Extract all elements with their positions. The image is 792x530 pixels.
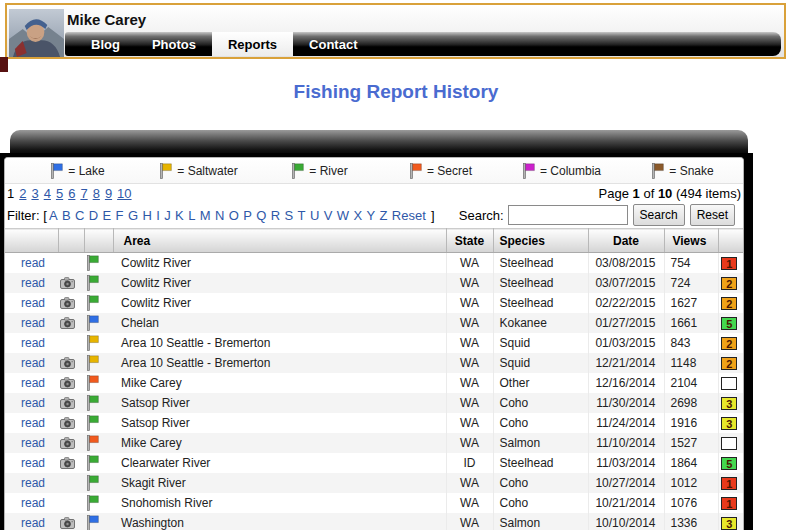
- report-row: read Cowlitz River WA Steelhead 02/22/20…: [5, 293, 744, 313]
- filter-letter-S[interactable]: S: [285, 208, 294, 223]
- flag-icon: [86, 255, 99, 271]
- legend-item: = Lake: [17, 163, 138, 179]
- tab-contact[interactable]: Contact: [293, 32, 373, 56]
- rating-badge: 1: [721, 497, 737, 510]
- legend-flag-icon: [291, 163, 304, 179]
- read-link[interactable]: read: [21, 516, 45, 530]
- filter-letter-B[interactable]: B: [62, 208, 71, 223]
- filter-letter-A[interactable]: A: [49, 208, 58, 223]
- report-row: read Cowlitz River WA Steelhead 03/08/20…: [5, 253, 744, 273]
- filter-letter-V[interactable]: V: [324, 208, 333, 223]
- read-link[interactable]: read: [21, 416, 45, 430]
- views-cell: 1148: [664, 353, 718, 373]
- filter-letter-M[interactable]: M: [200, 208, 211, 223]
- read-link[interactable]: read: [21, 336, 45, 350]
- read-link[interactable]: read: [21, 356, 45, 370]
- tab-photos[interactable]: Photos: [136, 32, 212, 56]
- camera-icon: [60, 277, 75, 289]
- filter-letter-R[interactable]: R: [271, 208, 280, 223]
- search-button[interactable]: Search: [633, 204, 685, 226]
- filter-letter-G[interactable]: G: [128, 208, 138, 223]
- avatar[interactable]: [9, 9, 64, 57]
- page-link-4[interactable]: 4: [44, 186, 51, 201]
- read-link[interactable]: read: [21, 256, 45, 270]
- column-header-area: Area: [113, 229, 446, 253]
- page-link-8[interactable]: 8: [93, 186, 100, 201]
- area-cell: Cowlitz River: [113, 293, 446, 313]
- page-link-10[interactable]: 10: [117, 186, 131, 201]
- filter-letter-H[interactable]: H: [142, 208, 151, 223]
- species-cell: Steelhead: [493, 293, 588, 313]
- area-cell: Chelan: [113, 313, 446, 333]
- filter-letter-C[interactable]: C: [75, 208, 84, 223]
- filter-letter-D[interactable]: D: [89, 208, 98, 223]
- area-cell: Satsop River: [113, 393, 446, 413]
- legend-item: = Saltwater: [138, 163, 259, 179]
- legend-flag-icon: [522, 163, 535, 179]
- tab-reports[interactable]: Reports: [212, 32, 293, 56]
- flag-icon: [86, 515, 99, 530]
- flag-icon: [86, 395, 99, 411]
- filter-letter-I[interactable]: I: [156, 208, 160, 223]
- state-cell: WA: [446, 313, 493, 333]
- views-cell: 1076: [664, 493, 718, 513]
- page-link-3[interactable]: 3: [31, 186, 38, 201]
- filter-letter-F[interactable]: F: [116, 208, 124, 223]
- nav-bar: Blog Photos Reports Contact: [65, 32, 781, 56]
- views-cell: 1661: [664, 313, 718, 333]
- filter-reset-link[interactable]: Reset: [392, 208, 426, 223]
- page-info: Page 1 of 10 (494 items): [599, 186, 741, 201]
- search-input[interactable]: [508, 205, 628, 225]
- filter-letter-P[interactable]: P: [243, 208, 252, 223]
- filter-letter-U[interactable]: U: [310, 208, 319, 223]
- state-cell: ID: [446, 453, 493, 473]
- read-link[interactable]: read: [21, 436, 45, 450]
- filter-letter-N[interactable]: N: [215, 208, 224, 223]
- filter-letter-K[interactable]: K: [175, 208, 184, 223]
- read-link[interactable]: read: [21, 376, 45, 390]
- filter-letter-J[interactable]: J: [164, 208, 171, 223]
- views-cell: 2698: [664, 393, 718, 413]
- read-link[interactable]: read: [21, 276, 45, 290]
- read-link[interactable]: read: [21, 476, 45, 490]
- read-link[interactable]: read: [21, 456, 45, 470]
- date-cell: 11/30/2014: [588, 393, 664, 413]
- filter-letter-X[interactable]: X: [353, 208, 362, 223]
- species-cell: Salmon: [493, 513, 588, 530]
- read-link[interactable]: read: [21, 396, 45, 410]
- rating-badge: [721, 377, 737, 390]
- page-link-9[interactable]: 9: [105, 186, 112, 201]
- filter-letter-Z[interactable]: Z: [379, 208, 387, 223]
- area-cell: Clearwater River: [113, 453, 446, 473]
- filter-letter-Y[interactable]: Y: [366, 208, 375, 223]
- filter-letter-W[interactable]: W: [337, 208, 349, 223]
- rating-badge: 3: [721, 417, 737, 430]
- report-row: read Area 10 Seattle - Bremerton WA Squi…: [5, 353, 744, 373]
- read-link[interactable]: read: [21, 296, 45, 310]
- filter-letter-O[interactable]: O: [229, 208, 239, 223]
- area-cell: Area 10 Seattle - Bremerton: [113, 353, 446, 373]
- reset-button[interactable]: Reset: [690, 204, 735, 226]
- filter-label: Filter: [: [7, 208, 47, 223]
- state-cell: WA: [446, 333, 493, 353]
- tab-blog[interactable]: Blog: [75, 32, 136, 56]
- filter-letter-E[interactable]: E: [103, 208, 112, 223]
- state-cell: WA: [446, 373, 493, 393]
- filter-letter-Q[interactable]: Q: [256, 208, 266, 223]
- read-link[interactable]: read: [21, 316, 45, 330]
- report-table-body: read Cowlitz River WA Steelhead 03/08/20…: [5, 253, 744, 530]
- flag-icon: [86, 475, 99, 491]
- date-cell: 12/16/2014: [588, 373, 664, 393]
- page-link-5[interactable]: 5: [56, 186, 63, 201]
- report-row: read Washington WA Salmon 10/10/2014 133…: [5, 513, 744, 530]
- site-title: Mike Carey: [67, 11, 146, 28]
- page-link-2[interactable]: 2: [19, 186, 26, 201]
- page-link-7[interactable]: 7: [80, 186, 87, 201]
- filter-letter-L[interactable]: L: [188, 208, 195, 223]
- read-link[interactable]: read: [21, 496, 45, 510]
- area-cell: Cowlitz River: [113, 273, 446, 293]
- filter-letter-T[interactable]: T: [298, 208, 306, 223]
- page-link-6[interactable]: 6: [68, 186, 75, 201]
- legend-flag-icon: [159, 163, 172, 179]
- legend-flag-icon: [651, 163, 664, 179]
